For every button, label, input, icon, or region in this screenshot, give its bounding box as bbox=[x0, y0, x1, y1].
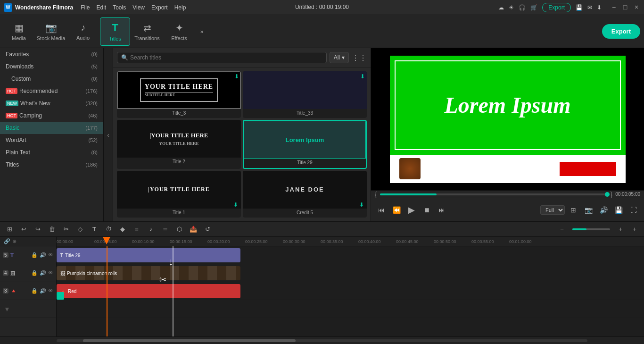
search-input[interactable] bbox=[130, 54, 322, 61]
basic-label: Basic bbox=[6, 125, 19, 131]
track-volume-4[interactable]: 🔊 bbox=[40, 270, 46, 276]
play-button[interactable]: ▶ bbox=[405, 203, 418, 217]
toolbar-more-button[interactable]: » bbox=[196, 17, 207, 46]
track-lock-3[interactable]: 🔒 bbox=[31, 288, 38, 294]
track-visibility-4[interactable]: 👁 bbox=[48, 270, 53, 276]
reset-button[interactable]: ↺ bbox=[202, 224, 213, 235]
tool-effects[interactable]: ✦ Effects bbox=[164, 17, 194, 46]
skip-forward-button[interactable]: ⏭ bbox=[435, 203, 448, 217]
crop-button[interactable]: ◇ bbox=[74, 224, 86, 235]
add-track-button[interactable]: + bbox=[629, 224, 640, 235]
clip-red[interactable]: 🔺 Red bbox=[57, 284, 240, 298]
cloud-icon[interactable]: ☁ bbox=[498, 4, 504, 11]
preview-controls: ⏮ ⏪ ▶ ⏹ ⏭ Full ⊞ 📷 🔊 💾 ⛶ bbox=[371, 198, 644, 221]
title1-label: Title 1 bbox=[117, 209, 241, 217]
whats-new-label: What's New bbox=[20, 100, 50, 107]
title-card-title2[interactable]: |YOUR TITLE HERE YOUR TITLE HERE Title 2 bbox=[117, 120, 241, 168]
clip-title-29[interactable]: T Title 29 bbox=[57, 248, 240, 262]
sidebar-item-camping[interactable]: HOT Camping (46) bbox=[0, 109, 103, 122]
sidebar-item-titles[interactable]: Titles (186) bbox=[0, 159, 103, 171]
speed-button[interactable]: ⏱ bbox=[103, 224, 114, 235]
link-icon[interactable]: 🔗 bbox=[4, 238, 10, 244]
skip-back-button[interactable]: ⏮ bbox=[375, 203, 388, 217]
close-button[interactable]: × bbox=[633, 4, 640, 11]
scrollbar-thumb[interactable] bbox=[83, 339, 295, 342]
sidebar-item-favorites[interactable]: Favorites (0) bbox=[0, 48, 103, 60]
panel-collapse-button[interactable]: ‹ bbox=[104, 48, 113, 221]
download-icon[interactable]: ⬇ bbox=[597, 4, 602, 11]
login-button[interactable]: Export bbox=[542, 3, 571, 12]
tool-audio[interactable]: ♪ Audio bbox=[68, 17, 98, 46]
sidebar-item-downloads[interactable]: Downloads (5) bbox=[0, 60, 103, 73]
redo-button[interactable]: ↪ bbox=[32, 224, 43, 235]
time-progress-bar[interactable] bbox=[380, 193, 608, 195]
timeline-ruler[interactable]: 00:00:00 00:00:05:00 00:00:10:00 00:00:1… bbox=[57, 237, 644, 246]
sidebar-item-recommended[interactable]: HOT Recommended (176) bbox=[0, 85, 103, 97]
sidebar-item-plain-text[interactable]: Plain Text (8) bbox=[0, 146, 103, 159]
fit-screen-button[interactable]: ⊞ bbox=[567, 203, 580, 217]
audio-detach-button[interactable]: ♪ bbox=[145, 224, 157, 235]
export-tl-button[interactable]: 📤 bbox=[188, 224, 199, 235]
title-card-title33[interactable]: ⬇ Title_33 bbox=[243, 71, 367, 118]
track-visibility-5[interactable]: 👁 bbox=[48, 252, 53, 258]
tool-stock-media[interactable]: 📷 Stock Media bbox=[36, 17, 66, 46]
settings-button[interactable]: ≡ bbox=[131, 224, 142, 235]
shop-icon[interactable]: 🛒 bbox=[530, 4, 537, 11]
mail-icon[interactable]: ✉ bbox=[587, 4, 592, 11]
track-visibility-3[interactable]: 👁 bbox=[48, 288, 53, 294]
save-icon[interactable]: 💾 bbox=[576, 4, 583, 11]
screenshot-button[interactable]: 📷 bbox=[582, 203, 595, 217]
menu-file[interactable]: File bbox=[81, 4, 90, 11]
timeline-grid-button[interactable]: ⊞ bbox=[4, 224, 15, 235]
tool-media[interactable]: ▦ Media bbox=[4, 17, 34, 46]
track-volume-5[interactable]: 🔊 bbox=[40, 252, 46, 258]
zoom-slider[interactable] bbox=[572, 228, 610, 230]
track-lock-5[interactable]: 🔒 bbox=[31, 252, 38, 258]
title-card-credit5[interactable]: JANE DOE ⬇ Credit 5 bbox=[243, 171, 367, 218]
menu-view[interactable]: View bbox=[132, 4, 145, 11]
snap-icon[interactable]: ⊕ bbox=[12, 238, 17, 244]
menu-export[interactable]: Export bbox=[151, 4, 168, 11]
sidebar-item-basic[interactable]: Basic (177) bbox=[0, 122, 103, 134]
sun-icon[interactable]: ☀ bbox=[509, 4, 514, 11]
tool-titles[interactable]: T Titles bbox=[100, 17, 130, 46]
delete-button[interactable]: 🗑 bbox=[46, 224, 58, 235]
minimize-button[interactable]: − bbox=[610, 4, 618, 11]
step-back-button[interactable]: ⏪ bbox=[390, 203, 403, 217]
zoom-select[interactable]: Full bbox=[540, 205, 565, 215]
export-button[interactable]: Export bbox=[602, 24, 640, 39]
sidebar-item-wordart[interactable]: WordArt (52) bbox=[0, 134, 103, 146]
volume-button[interactable]: 🔊 bbox=[597, 203, 610, 217]
maximize-button[interactable]: □ bbox=[621, 4, 629, 11]
zoom-out-button[interactable]: − bbox=[556, 224, 568, 235]
track-lock-4[interactable]: 🔒 bbox=[31, 270, 38, 276]
undo-button[interactable]: ↩ bbox=[18, 224, 29, 235]
title-card-title29[interactable]: Lorem Ipsum Title 29 bbox=[243, 120, 367, 168]
headset-icon[interactable]: 🎧 bbox=[519, 4, 526, 11]
fullscreen-button[interactable]: ⛶ bbox=[627, 203, 640, 217]
tool-transitions[interactable]: ⇄ Transitions bbox=[132, 17, 162, 46]
track-expand-button[interactable]: ▼ bbox=[0, 300, 56, 318]
title-card-title1[interactable]: |YOUR TITLE HERE ⬇ Title 1 bbox=[117, 171, 241, 218]
ai-button[interactable]: ⬡ bbox=[173, 224, 185, 235]
title33-label: Title_33 bbox=[243, 109, 367, 117]
zoom-in-button[interactable]: + bbox=[615, 224, 626, 235]
track-volume-3[interactable]: 🔊 bbox=[40, 288, 46, 294]
menu-tools[interactable]: Tools bbox=[113, 4, 126, 11]
effects-tl-button[interactable]: ≣ bbox=[159, 224, 171, 235]
menu-edit[interactable]: Edit bbox=[96, 4, 106, 11]
sidebar-item-whats-new[interactable]: NEW What's New (320) bbox=[0, 97, 103, 109]
horizontal-scrollbar[interactable] bbox=[0, 336, 644, 344]
grid-view-button[interactable]: ⋮⋮ bbox=[352, 53, 367, 62]
menu-help[interactable]: Help bbox=[174, 4, 186, 11]
cut-button[interactable]: ✂ bbox=[60, 224, 72, 235]
stop-button[interactable]: ⏹ bbox=[420, 203, 433, 217]
title-card-title3[interactable]: YOUR TITLE HERE SUBTITLE HERE ⬇ Title_3 bbox=[117, 71, 241, 118]
color-button[interactable]: ◆ bbox=[117, 224, 128, 235]
title-add-button[interactable]: T bbox=[89, 224, 100, 235]
clip-video-pumpkin[interactable]: 🖼 Pumpkin cinnamon rolls bbox=[57, 266, 240, 280]
time-scrubber-bar[interactable]: { } 00:00:05:00 bbox=[371, 190, 644, 198]
sidebar-item-custom[interactable]: Custom (0) bbox=[0, 73, 103, 85]
filter-button[interactable]: All ▾ bbox=[330, 52, 349, 63]
save-frame-button[interactable]: 💾 bbox=[612, 203, 625, 217]
